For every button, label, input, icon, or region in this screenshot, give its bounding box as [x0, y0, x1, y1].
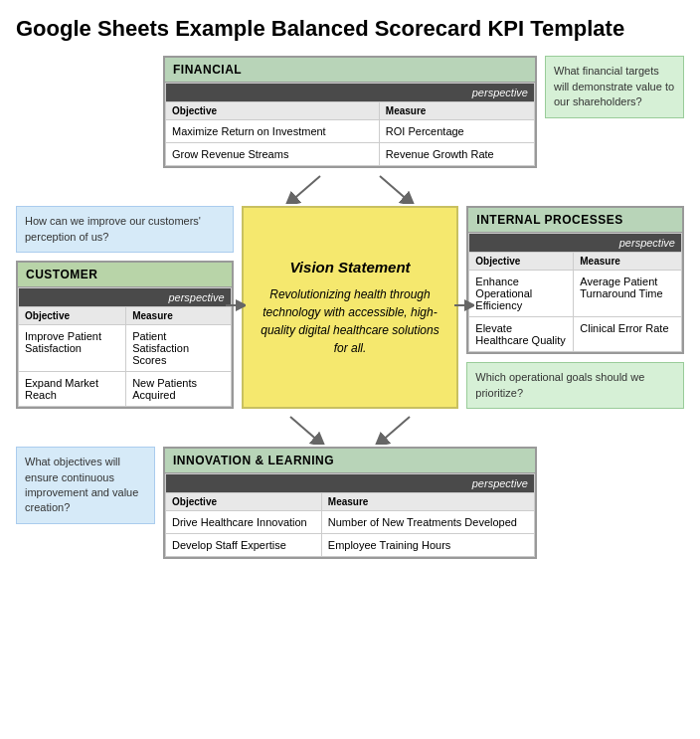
bottom-row: What objectives will ensure continuous i… [16, 447, 684, 559]
financial-tooltip: What financial targets will demonstrate … [545, 56, 684, 117]
innovation-row2-objective: Develop Staff Expertise [166, 534, 322, 557]
internal-column: INTERNAL PROCESSES perspective Objective… [466, 206, 684, 409]
innovation-row-2: Develop Staff Expertise Employee Trainin… [166, 534, 535, 557]
internal-col-header: Objective Measure [469, 253, 682, 271]
financial-col-header: Objective Measure [166, 102, 535, 120]
financial-section: FINANCIAL perspective Objective Measure … [163, 56, 537, 168]
svg-line-4 [290, 417, 320, 443]
internal-row2-objective: Elevate Healthcare Quality [469, 317, 574, 352]
customer-section: CUSTOMER perspective Objective Measure I… [16, 261, 234, 409]
customer-perspective-row: perspective [19, 288, 232, 307]
left-arrow-svg [226, 297, 246, 313]
customer-row-1: Improve Patient Satisfaction Patient Sat… [19, 325, 232, 372]
bottom-arrows-svg [191, 415, 509, 445]
internal-row-2: Elevate Healthcare Quality Clinical Erro… [469, 317, 682, 352]
right-arrow [454, 297, 474, 317]
top-arrows-svg [191, 174, 509, 204]
financial-row2-objective: Grow Revenue Streams [166, 143, 380, 166]
innovation-tooltip: What objectives will ensure continuous i… [16, 447, 155, 524]
customer-tooltip: How can we improve our customers' percep… [16, 206, 234, 253]
customer-row1-objective: Improve Patient Satisfaction [19, 325, 126, 372]
innovation-perspective-row: perspective [166, 474, 535, 493]
innovation-row1-measure: Number of New Treatments Developed [321, 511, 534, 534]
bottom-arrows [16, 415, 684, 445]
customer-row1-measure: Patient Satisfaction Scores [126, 325, 232, 372]
financial-perspective-row: perspective [166, 84, 535, 102]
innovation-row-1: Drive Healthcare Innovation Number of Ne… [166, 511, 535, 534]
internal-title: INTERNAL PROCESSES [468, 208, 682, 233]
financial-row1-measure: ROI Percentage [379, 120, 534, 143]
customer-title: CUSTOMER [18, 263, 232, 287]
financial-row-1: Maximize Return on Investment ROI Percen… [166, 120, 535, 143]
vision-title: Vision Statement [289, 259, 410, 276]
innovation-col-header: Objective Measure [166, 493, 535, 511]
innovation-perspective: perspective [166, 474, 535, 493]
top-arrows [16, 174, 684, 204]
left-arrow [226, 297, 246, 317]
internal-row1-measure: Average Patient Turnaround Time [574, 271, 682, 317]
innovation-row2-measure: Employee Training Hours [321, 534, 534, 557]
financial-table: perspective Objective Measure Maximize R… [165, 83, 535, 166]
internal-table: perspective Objective Measure Enhance Op… [468, 233, 682, 352]
financial-row1-objective: Maximize Return on Investment [166, 120, 380, 143]
innovation-table: perspective Objective Measure Drive Heal… [165, 473, 535, 557]
internal-col-objective: Objective [469, 253, 574, 271]
top-row: FINANCIAL perspective Objective Measure … [16, 56, 684, 168]
customer-row2-measure: New Patients Acquired [126, 372, 232, 407]
vision-column: Vision Statement Revolutionizing health … [242, 206, 459, 409]
scorecard-layout: FINANCIAL perspective Objective Measure … [16, 56, 684, 559]
internal-col-measure: Measure [574, 253, 682, 271]
vision-text: Revolutionizing health through technolog… [260, 285, 441, 357]
innovation-title: INNOVATION & LEARNING [165, 449, 535, 473]
internal-tooltip: Which operational goals should we priori… [466, 362, 684, 409]
customer-row-2: Expand Market Reach New Patients Acquire… [19, 372, 232, 407]
financial-row2-measure: Revenue Growth Rate [379, 143, 534, 166]
vision-box: Vision Statement Revolutionizing health … [242, 206, 459, 409]
innovation-row1-objective: Drive Healthcare Innovation [166, 511, 322, 534]
customer-table: perspective Objective Measure Improve Pa… [18, 287, 232, 407]
svg-line-1 [380, 176, 410, 202]
svg-line-5 [380, 417, 410, 443]
innovation-col-objective: Objective [166, 493, 322, 511]
innovation-col-measure: Measure [321, 493, 534, 511]
internal-row-1: Enhance Operational Efficiency Average P… [469, 271, 682, 317]
financial-row-2: Grow Revenue Streams Revenue Growth Rate [166, 143, 535, 166]
internal-row1-objective: Enhance Operational Efficiency [469, 271, 574, 317]
page-title: Google Sheets Example Balanced Scorecard… [16, 16, 684, 42]
financial-col-objective: Objective [166, 102, 380, 120]
customer-perspective: perspective [19, 288, 232, 307]
innovation-section: INNOVATION & LEARNING perspective Object… [163, 447, 537, 559]
right-arrow-svg [454, 297, 474, 313]
internal-perspective-row: perspective [469, 234, 682, 253]
middle-row: How can we improve our customers' percep… [16, 206, 684, 409]
financial-perspective: perspective [166, 84, 535, 102]
financial-col-measure: Measure [379, 102, 534, 120]
customer-row2-objective: Expand Market Reach [19, 372, 126, 407]
financial-title: FINANCIAL [165, 58, 535, 83]
internal-row2-measure: Clinical Error Rate [574, 317, 682, 352]
customer-column: How can we improve our customers' percep… [16, 206, 234, 409]
internal-section: INTERNAL PROCESSES perspective Objective… [466, 206, 684, 354]
customer-col-header: Objective Measure [19, 307, 232, 325]
customer-col-objective: Objective [19, 307, 126, 325]
svg-line-0 [290, 176, 320, 202]
customer-col-measure: Measure [126, 307, 232, 325]
internal-perspective: perspective [469, 234, 682, 253]
